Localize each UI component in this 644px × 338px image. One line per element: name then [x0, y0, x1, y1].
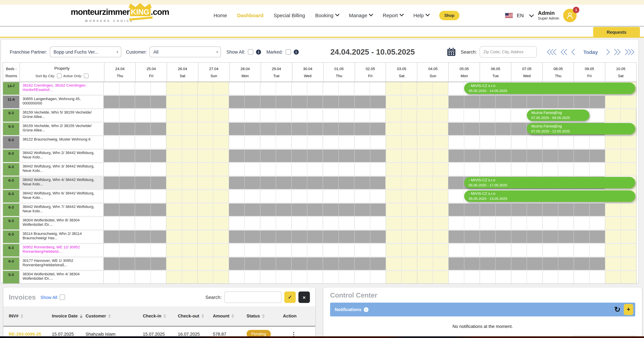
day-cell-03.05[interactable] [386, 257, 417, 270]
forward-2-button[interactable] [614, 50, 620, 54]
day-cell-28.04[interactable] [229, 204, 260, 216]
brand-logo[interactable]: monteurzimmerKING.com WORKERS CHOICE [71, 8, 148, 23]
day-cell-26.04[interactable] [166, 257, 198, 270]
day-cell-06.05[interactable] [480, 204, 511, 216]
day-cell-08.05[interactable] [542, 230, 574, 243]
day-cell-24.04[interactable] [104, 271, 135, 283]
day-cell-28.04[interactable] [229, 230, 260, 243]
invoice-number-link[interactable]: RE-293-0099-25 [9, 331, 52, 336]
today-button[interactable]: Today [583, 49, 598, 55]
day-cell-26.04[interactable] [166, 163, 198, 176]
day-cell-05.05[interactable] [448, 204, 480, 216]
day-cell-03.05[interactable] [386, 123, 417, 135]
day-cell-04.05[interactable] [417, 257, 448, 270]
marked-info-icon[interactable]: i [294, 49, 298, 55]
day-cell-09.05[interactable] [574, 271, 605, 283]
day-cell-01.05[interactable] [323, 190, 354, 203]
day-cell-30.04[interactable] [292, 244, 323, 256]
day-cell-29.04[interactable] [260, 109, 292, 122]
show-all-checkbox[interactable] [248, 49, 253, 55]
sort-icon[interactable] [163, 314, 166, 318]
day-cell-27.04[interactable] [198, 217, 229, 229]
day-cell-30.04[interactable] [292, 150, 323, 162]
column-header-check-in[interactable]: Check-in [143, 313, 178, 319]
day-cell-03.05[interactable] [386, 163, 417, 176]
day-cell-26.04[interactable] [166, 109, 198, 122]
day-cell-24.04[interactable] [104, 204, 135, 216]
day-cell-02.05[interactable] [354, 96, 386, 108]
language-switcher[interactable]: EN [517, 13, 524, 18]
sort-icon[interactable] [232, 314, 234, 318]
property-link[interactable]: 38114 Braunschweig, Whn 2/ 38114 Braunsc… [20, 230, 104, 243]
day-cell-01.05[interactable] [323, 244, 354, 256]
day-cell-25.04[interactable] [135, 136, 166, 149]
day-cell-25.04[interactable] [135, 230, 166, 243]
day-cell-01.05[interactable] [323, 136, 354, 149]
day-cell-03.05[interactable] [386, 96, 417, 108]
day-cell-07.05[interactable] [511, 230, 542, 243]
day-cell-01.05[interactable] [323, 217, 354, 229]
day-cell-26.04[interactable] [166, 123, 198, 135]
day-cell-10.05[interactable] [605, 230, 636, 243]
property-link[interactable]: 38442 Wolfsburg, Whn 6/ 38442 Wolfsburg,… [20, 190, 104, 203]
day-cell-05.05[interactable] [448, 109, 480, 122]
booking-bar[interactable]: - MIVIS-CZ s.r.o05.05.2025 - 17.05.2025 [464, 177, 635, 188]
day-cell-25.04[interactable] [135, 271, 166, 283]
day-cell-24.04[interactable] [104, 123, 135, 135]
day-cell-09.05[interactable] [574, 257, 605, 270]
day-cell-25.04[interactable] [135, 204, 166, 216]
day-cell-07.05[interactable] [511, 271, 542, 283]
property-link[interactable]: 38304 Wolfenbüttel, Whn 8/ 38304 Wolfenb… [20, 217, 104, 229]
day-cell-06.05[interactable] [480, 271, 511, 283]
day-cell-07.05[interactable] [511, 136, 542, 149]
column-header-status[interactable]: Status [246, 313, 283, 319]
franchise-partner-select[interactable]: Bopp und Fuchs Ver... ▾ [50, 47, 121, 57]
day-cell-28.04[interactable] [229, 109, 260, 122]
day-cell-03.05[interactable] [386, 244, 417, 256]
day-cell-25.04[interactable] [135, 217, 166, 229]
day-cell-09.05[interactable] [574, 163, 605, 176]
day-cell-28.04[interactable] [229, 96, 260, 108]
day-cell-05.05[interactable] [448, 150, 480, 162]
day-cell-04.05[interactable] [417, 177, 448, 189]
requests-button[interactable]: Requests [593, 27, 640, 37]
day-cell-27.04[interactable] [198, 204, 229, 216]
active-only-checkbox[interactable] [84, 74, 88, 78]
day-cell-24.04[interactable] [104, 109, 135, 122]
column-header-amount[interactable]: Amount [213, 313, 246, 319]
invoices-show-all-checkbox[interactable] [60, 294, 65, 300]
property-link[interactable]: 30855 Langenhagen, Wohnung 45, 0000000/0… [20, 96, 104, 108]
day-cell-26.04[interactable] [166, 230, 198, 243]
day-cell-04.05[interactable] [417, 163, 448, 176]
day-cell-25.04[interactable] [135, 257, 166, 270]
sort-icon[interactable] [80, 314, 82, 318]
notification-badge[interactable]: 1 [573, 7, 579, 13]
day-cell-04.05[interactable] [417, 204, 448, 216]
day-cell-28.04[interactable] [229, 123, 260, 135]
day-cell-27.04[interactable] [198, 230, 229, 243]
day-cell-10.05[interactable] [605, 96, 636, 108]
day-cell-01.05[interactable] [323, 96, 354, 108]
day-cell-07.05[interactable] [511, 150, 542, 162]
day-cell-26.04[interactable] [166, 136, 198, 149]
day-cell-07.05[interactable] [511, 96, 542, 108]
day-cell-06.05[interactable] [480, 96, 511, 108]
day-cell-30.04[interactable] [292, 123, 323, 135]
row-actions-menu[interactable]: ⋮ [291, 331, 296, 337]
day-cell-03.05[interactable] [386, 177, 417, 189]
day-cell-02.05[interactable] [354, 244, 386, 256]
day-cell-02.05[interactable] [354, 177, 386, 189]
day-cell-29.04[interactable] [260, 230, 292, 243]
day-cell-02.05[interactable] [354, 190, 386, 203]
day-cell-26.04[interactable] [166, 177, 198, 189]
day-cell-02.05[interactable] [354, 150, 386, 162]
day-cell-29.04[interactable] [260, 150, 292, 162]
avatar[interactable]: 1 [563, 9, 577, 22]
day-cell-06.05[interactable] [480, 163, 511, 176]
day-cell-03.05[interactable] [386, 150, 417, 162]
column-header-inv-[interactable]: INV# [9, 313, 52, 319]
day-cell-04.05[interactable] [417, 82, 448, 95]
day-cell-06.05[interactable] [480, 257, 511, 270]
day-cell-07.05[interactable] [511, 257, 542, 270]
day-cell-05.05[interactable] [448, 217, 480, 229]
